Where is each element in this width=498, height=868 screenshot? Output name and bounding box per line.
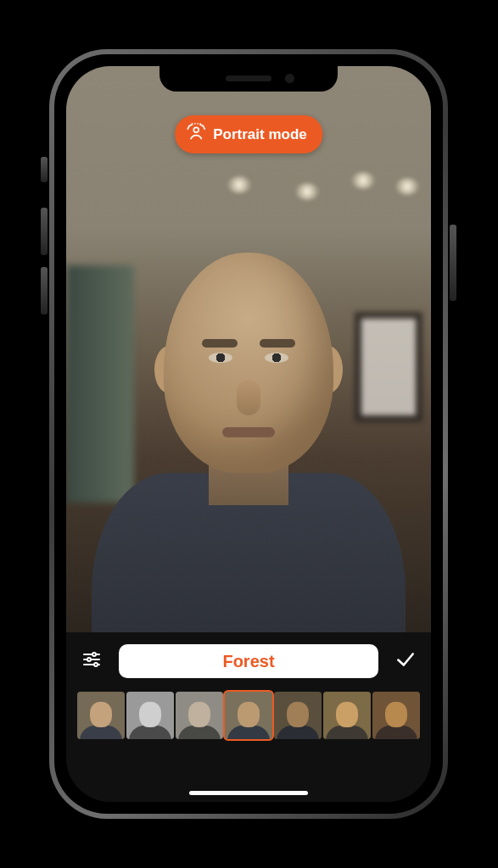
home-indicator[interactable]	[189, 791, 308, 795]
svg-point-0	[193, 127, 199, 132]
portrait-mode-icon	[187, 123, 205, 146]
svg-point-3	[94, 663, 98, 666]
portrait-mode-badge[interactable]: Portrait mode	[175, 115, 322, 153]
phone-frame: Portrait mode	[49, 49, 448, 819]
volume-up-button	[41, 208, 48, 255]
filter-thumb-0[interactable]	[77, 692, 125, 739]
mute-switch	[41, 157, 48, 182]
filter-thumb-5[interactable]	[323, 692, 371, 739]
filter-panel: Forest	[66, 632, 431, 802]
svg-point-2	[87, 658, 91, 661]
portrait-mode-label: Portrait mode	[213, 126, 307, 143]
volume-down-button	[41, 267, 48, 314]
confirm-button[interactable]	[387, 643, 424, 680]
filter-thumb-4[interactable]	[274, 692, 322, 739]
preview-person-head	[164, 253, 333, 473]
screen: Portrait mode	[66, 66, 431, 802]
selected-filter-pill[interactable]: Forest	[119, 644, 378, 678]
filter-thumb-3[interactable]	[225, 692, 272, 739]
svg-point-1	[92, 653, 96, 656]
device-notch	[159, 66, 338, 92]
adjust-button[interactable]	[73, 643, 110, 680]
filter-thumb-1[interactable]	[126, 692, 174, 739]
filter-thumb-2[interactable]	[176, 692, 223, 739]
checkmark-icon	[394, 648, 417, 674]
filter-thumb-6[interactable]	[372, 692, 420, 739]
power-button	[450, 225, 456, 301]
sliders-icon	[81, 649, 102, 673]
selected-filter-label: Forest	[222, 652, 274, 671]
filter-thumbnail-strip[interactable]	[66, 692, 431, 739]
